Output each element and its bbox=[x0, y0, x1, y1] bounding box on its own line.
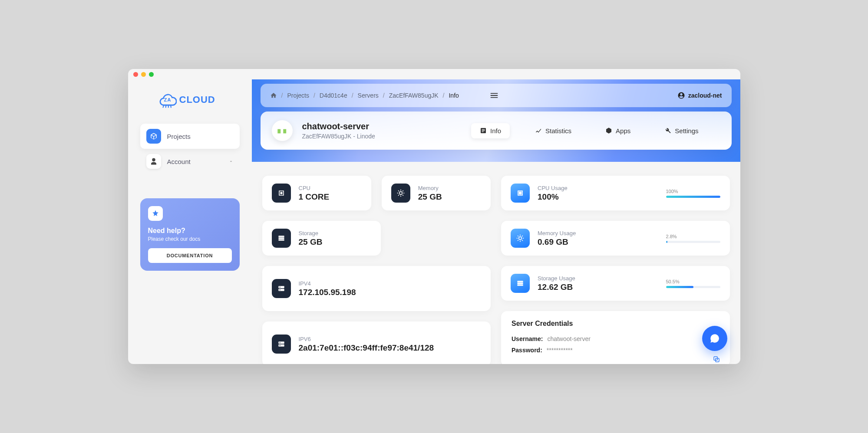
sidebar-item-label: Projects bbox=[167, 133, 191, 140]
credentials-title: Server Credentials bbox=[512, 320, 719, 328]
tabs: Info Statistics Apps Settings bbox=[471, 123, 720, 138]
main-content: / Projects / D4d01c4e / Servers / ZacEfF… bbox=[252, 79, 740, 364]
chat-bubble-icon bbox=[709, 333, 720, 344]
usage-value: 12.62 GB bbox=[538, 282, 575, 292]
cloud-logo-icon: ZA bbox=[158, 92, 177, 108]
breadcrumb: / Projects / D4d01c4e / Servers / ZacEfF… bbox=[270, 92, 459, 99]
svg-text:ZA: ZA bbox=[164, 97, 171, 102]
svg-point-13 bbox=[279, 289, 280, 290]
stat-card-storage: Storage25 GB bbox=[262, 221, 381, 256]
username-value: chatwoot-server bbox=[547, 335, 591, 342]
stat-value: 2a01:7e01::f03c:94ff:fe97:8e41/128 bbox=[299, 343, 434, 353]
tab-label: Settings bbox=[675, 127, 698, 134]
svg-point-20 bbox=[519, 237, 522, 240]
password-label: Password: bbox=[512, 347, 542, 354]
usage-label: Storage Usage bbox=[538, 275, 575, 282]
svg-point-6 bbox=[399, 192, 402, 195]
svg-rect-10 bbox=[278, 286, 284, 288]
tab-statistics[interactable]: Statistics bbox=[526, 123, 580, 138]
breadcrumb-projects[interactable]: Projects bbox=[287, 92, 309, 99]
svg-point-16 bbox=[279, 342, 280, 343]
stat-value: 1 CORE bbox=[299, 192, 330, 202]
storage-icon bbox=[272, 229, 291, 248]
stat-label: IPV6 bbox=[299, 336, 434, 342]
help-title: Need help? bbox=[148, 227, 232, 235]
username-label: Username: bbox=[512, 335, 543, 342]
box-icon bbox=[146, 129, 161, 144]
svg-rect-19 bbox=[519, 192, 521, 194]
tab-apps[interactable]: Apps bbox=[597, 123, 639, 138]
stat-card-cpu: CPU1 CORE bbox=[262, 176, 371, 210]
usage-percent: 100% bbox=[666, 189, 720, 194]
usage-percent: 50.5% bbox=[666, 279, 720, 284]
wrench-icon bbox=[664, 127, 671, 134]
usage-value: 100% bbox=[538, 192, 568, 202]
window-minimize-dot[interactable] bbox=[141, 72, 146, 77]
sidebar-item-projects[interactable]: Projects bbox=[140, 124, 240, 149]
logo-text: CLOUD bbox=[179, 94, 215, 105]
cpu-icon bbox=[511, 229, 530, 248]
usage-value: 0.69 GB bbox=[538, 237, 576, 247]
tab-info[interactable]: Info bbox=[471, 123, 510, 138]
progress-fill bbox=[666, 196, 720, 198]
svg-rect-5 bbox=[280, 192, 282, 194]
window-maximize-dot[interactable] bbox=[149, 72, 154, 77]
svg-line-4 bbox=[171, 105, 171, 107]
svg-rect-7 bbox=[278, 236, 284, 237]
package-icon bbox=[605, 127, 612, 134]
svg-rect-23 bbox=[517, 285, 523, 286]
pause-button[interactable]: ∎∎ bbox=[272, 120, 293, 141]
progress-fill bbox=[666, 286, 693, 288]
dns-icon bbox=[272, 335, 291, 354]
person-icon bbox=[146, 154, 161, 169]
svg-point-12 bbox=[279, 287, 280, 288]
tab-settings[interactable]: Settings bbox=[656, 123, 707, 138]
home-icon[interactable] bbox=[270, 92, 277, 99]
stat-label: IPV4 bbox=[299, 280, 356, 287]
svg-rect-9 bbox=[278, 239, 284, 241]
window-close-dot[interactable] bbox=[133, 72, 138, 77]
storage-icon bbox=[511, 274, 530, 293]
progress-track bbox=[666, 286, 720, 288]
stat-label: Memory bbox=[418, 185, 442, 191]
progress-track bbox=[666, 241, 720, 243]
sidebar-item-account[interactable]: Account bbox=[140, 149, 240, 174]
topbar: / Projects / D4d01c4e / Servers / ZacEfF… bbox=[261, 84, 732, 107]
memory-chip-icon bbox=[511, 184, 530, 203]
logo: ZA CLOUD bbox=[158, 92, 240, 108]
menu-icon[interactable] bbox=[489, 91, 499, 100]
dns-icon bbox=[272, 279, 291, 298]
svg-rect-11 bbox=[278, 289, 284, 291]
copy-icon[interactable] bbox=[713, 355, 720, 363]
stat-card-ipv4: IPV4172.105.95.198 bbox=[262, 266, 491, 311]
documentation-button[interactable]: DOCUMENTATION bbox=[148, 248, 232, 263]
memory-chip-icon bbox=[272, 184, 291, 203]
usage-card-cpu: CPU Usage100% 100% bbox=[501, 176, 730, 210]
usage-card-storage: Storage Usage12.62 GB 50.5% bbox=[501, 266, 730, 301]
server-header: ∎∎ chatwoot-server ZacEfFAW85ugJK - Lino… bbox=[261, 112, 732, 150]
user-menu[interactable]: zacloud-net bbox=[677, 92, 722, 99]
usage-percent: 2.8% bbox=[666, 234, 720, 239]
help-card: Need help? Please check our docs DOCUMEN… bbox=[140, 198, 240, 271]
svg-point-17 bbox=[279, 345, 280, 346]
usage-label: Memory Usage bbox=[538, 230, 576, 236]
account-circle-icon bbox=[677, 92, 685, 99]
stat-card-ipv6: IPV62a01:7e01::f03c:94ff:fe97:8e41/128 bbox=[262, 321, 491, 364]
chat-fab[interactable] bbox=[702, 326, 727, 351]
tab-label: Apps bbox=[616, 127, 630, 134]
breadcrumb-servers[interactable]: Servers bbox=[358, 92, 379, 99]
stat-label: CPU bbox=[299, 185, 330, 191]
credentials-card: Server Credentials Username: chatwoot-se… bbox=[501, 311, 730, 364]
breadcrumb-server-id[interactable]: ZacEfFAW85ugJK bbox=[389, 92, 439, 99]
breadcrumb-project-id[interactable]: D4d01c4e bbox=[320, 92, 347, 99]
tab-label: Statistics bbox=[545, 127, 571, 134]
svg-rect-8 bbox=[278, 237, 284, 239]
svg-rect-15 bbox=[278, 344, 284, 347]
insights-icon bbox=[535, 127, 542, 134]
help-subtitle: Please check our docs bbox=[148, 236, 232, 242]
user-name: zacloud-net bbox=[688, 92, 722, 99]
usage-card-memory: Memory Usage0.69 GB 2.8% bbox=[501, 221, 730, 256]
stat-value: 25 GB bbox=[418, 192, 442, 202]
sidebar: ZA CLOUD Projects Account bbox=[128, 79, 252, 364]
chevron-down-icon bbox=[228, 159, 234, 164]
